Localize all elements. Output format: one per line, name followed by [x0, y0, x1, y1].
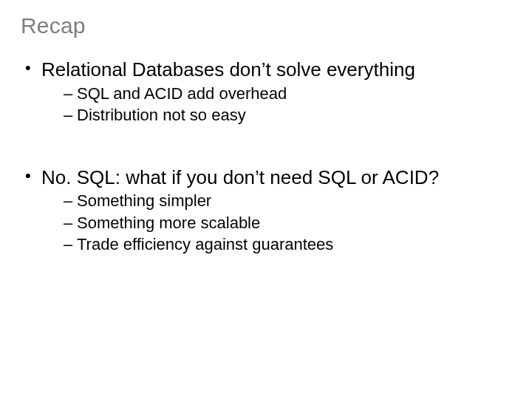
sub-bullet-text: Trade efficiency against guarantees: [77, 235, 333, 253]
bullet-list: No. SQL: what if you don’t need SQL or A…: [21, 166, 511, 255]
bullet-text: No. SQL: what if you don’t need SQL or A…: [41, 166, 439, 188]
sub-bullet-item: Something more scalable: [64, 213, 511, 233]
sub-bullet-text: Something more scalable: [77, 214, 260, 232]
bullet-item: No. SQL: what if you don’t need SQL or A…: [25, 166, 511, 255]
bullet-text: Relational Databases don’t solve everyth…: [41, 58, 415, 81]
sub-bullet-text: SQL and ACID add overhead: [77, 84, 287, 103]
sub-bullet-item: SQL and ACID add overhead: [64, 83, 511, 104]
bullet-item: Relational Databases don’t solve everyth…: [25, 58, 511, 126]
sub-bullet-text: Distribution not so easy: [77, 106, 246, 124]
spacer: [21, 130, 511, 166]
sub-bullet-item: Something simpler: [64, 191, 511, 211]
sub-bullet-item: Trade efficiency against guarantees: [64, 234, 511, 255]
sub-bullet-list: SQL and ACID add overhead Distribution n…: [41, 83, 511, 126]
sub-bullet-list: Something simpler Something more scalabl…: [41, 191, 511, 255]
slide: Recap Relational Databases don’t solve e…: [0, 0, 532, 399]
slide-title: Recap: [21, 13, 511, 38]
sub-bullet-item: Distribution not so easy: [64, 105, 511, 126]
bullet-list: Relational Databases don’t solve everyth…: [21, 58, 511, 126]
sub-bullet-text: Something simpler: [77, 191, 211, 210]
